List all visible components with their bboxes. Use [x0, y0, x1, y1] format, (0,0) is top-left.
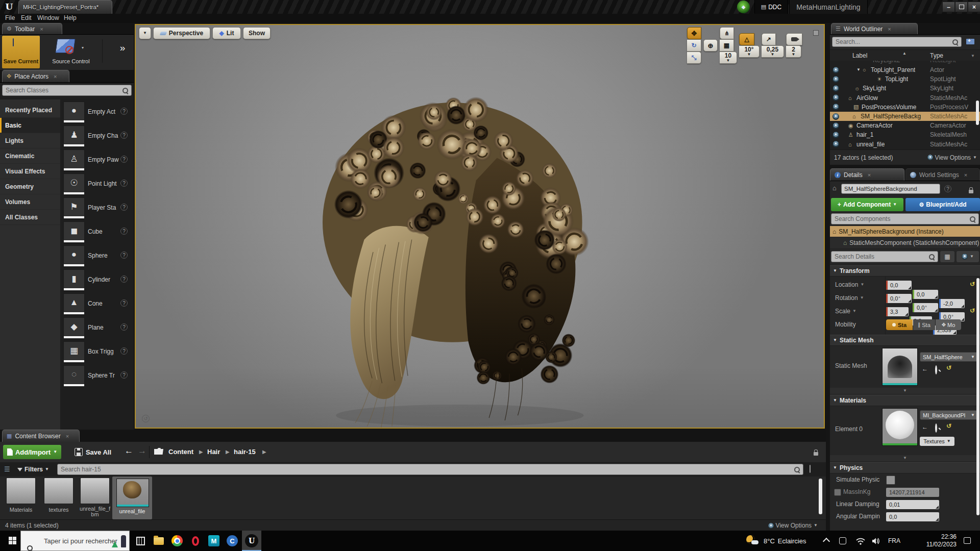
help-icon[interactable]: ? [120, 132, 128, 139]
new-folder-button[interactable]: + [965, 37, 977, 47]
category-recently-placed[interactable]: Recently Placed [0, 103, 60, 118]
minimize-button[interactable]: – [942, 2, 955, 12]
expander-icon[interactable]: ▼ [856, 68, 861, 72]
viewport-options-button[interactable]: ▼ [139, 27, 151, 39]
category-basic[interactable]: Basic [0, 118, 60, 133]
clock[interactable]: 22:36 11/02/2023 [910, 533, 957, 548]
outliner-row[interactable]: ⌂unreal_fileStaticMeshAc [830, 140, 980, 149]
place-actor-item[interactable]: ▦Box Trigg? [60, 340, 134, 364]
textures-button[interactable]: Textures ▼ [920, 437, 954, 446]
ccleaner-button[interactable]: C [226, 534, 239, 547]
category-cinematic[interactable]: Cinematic [0, 148, 60, 164]
notification-center-button[interactable] [964, 537, 971, 544]
actor-name-field[interactable]: SM_HalfSphereBackground [841, 184, 940, 194]
world-space-button[interactable]: ⊕ [703, 39, 718, 52]
help-icon[interactable]: ? [120, 252, 128, 259]
chrome-button[interactable] [170, 534, 184, 547]
label-column-header[interactable]: Label [852, 52, 867, 59]
task-view-button[interactable] [134, 534, 147, 547]
close-tab-icon[interactable]: × [964, 172, 967, 178]
scale-label[interactable]: Scale▼ [835, 308, 856, 315]
type-column-header[interactable]: Type [930, 52, 943, 59]
material-thumbnail[interactable] [882, 408, 918, 446]
lit-mode-button[interactable]: ◆ Lit [212, 27, 241, 39]
help-icon[interactable]: ? [120, 180, 128, 187]
help-icon[interactable]: ? [120, 204, 128, 211]
details-tab[interactable]: i Details × [830, 168, 904, 181]
volume-icon[interactable] [872, 537, 881, 545]
location-x-field[interactable]: 0,0 [886, 281, 912, 290]
outliner-row-clipped[interactable]: KeyLight2RectLight [830, 61, 980, 65]
outliner-search-input[interactable]: Search... [832, 37, 962, 47]
details-scrollbar[interactable] [976, 278, 979, 515]
back-icon[interactable]: ← [125, 446, 133, 456]
reset-scale-icon[interactable]: ↺ [970, 307, 975, 314]
blueprint-add-button[interactable]: ⚙ Blueprint/Add [905, 198, 980, 211]
taskbar-search-input[interactable]: Taper ici pour rechercher [20, 531, 130, 551]
search-components-input[interactable]: Search Components [831, 213, 979, 224]
ddc-button[interactable]: ▤ DDC [754, 0, 788, 14]
visibility-eye-icon[interactable] [832, 132, 839, 138]
scale-snap-value-button[interactable]: 0,25▼ [762, 45, 784, 58]
save-current-button[interactable]: Save Current [2, 36, 40, 68]
rotation-x-field[interactable]: 0,0° [886, 294, 912, 303]
source-control-caret-icon[interactable]: ▾ [82, 46, 84, 50]
help-icon[interactable]: ? [120, 156, 128, 163]
world-outliner-tab[interactable]: ☰ World Outliner × [831, 23, 918, 34]
teams-icon[interactable] [839, 537, 846, 544]
visibility-eye-icon[interactable] [832, 104, 839, 110]
scale-snap-button[interactable]: ↗ [762, 33, 776, 45]
reset-mesh-icon[interactable]: ↺ [946, 364, 951, 371]
visibility-eye-icon[interactable] [832, 94, 839, 101]
mobility-static-button[interactable]: Sta [886, 319, 913, 330]
restore-button[interactable] [955, 2, 968, 12]
mass-checkbox[interactable] [834, 489, 841, 496]
place-actor-item[interactable]: ●Sphere? [60, 244, 134, 268]
breadcrumb-hair-15[interactable]: hair-15 [234, 448, 256, 456]
weather-text[interactable]: 8°C Eclaircies [764, 531, 806, 551]
file-explorer-button[interactable] [152, 534, 165, 547]
outliner-row[interactable]: ♙hair_1SkeletalMesh [830, 130, 980, 139]
static-mesh-expander[interactable]: ▼ [830, 388, 980, 394]
visibility-eye-icon[interactable] [832, 85, 839, 92]
tray-expand-button[interactable] [824, 539, 829, 544]
type-filter-icon[interactable]: ▼ [971, 54, 975, 58]
asset-tile-unreal-file[interactable]: unreal_file [112, 477, 152, 519]
camera-speed-value-button[interactable]: 2▼ [786, 45, 801, 58]
grid-snap-button[interactable]: ▦ [720, 39, 734, 52]
place-actors-tab[interactable]: ✥ Place Actors × [2, 70, 69, 82]
world-settings-tab[interactable]: World Settings × [905, 168, 980, 181]
visibility-eye-icon[interactable] [832, 76, 839, 83]
language-indicator[interactable]: FRA [888, 531, 900, 551]
content-lock-icon[interactable] [814, 452, 818, 456]
search-details-input[interactable]: Search Details [831, 251, 938, 262]
visibility-eye-icon[interactable] [832, 113, 839, 120]
surface-snap-button[interactable]: ⋔ [720, 27, 734, 39]
simulate-physics-checkbox[interactable] [886, 475, 895, 485]
details-display-button[interactable]: ▦ [940, 251, 954, 262]
maya-button[interactable]: M [207, 534, 220, 547]
visibility-eye-icon[interactable] [832, 67, 839, 73]
content-scrollbar[interactable] [819, 479, 822, 514]
maximize-viewport-button[interactable] [813, 30, 819, 36]
unreal-taskbar-button[interactable]: U [242, 531, 261, 551]
sort-icon[interactable]: ▲ [902, 51, 906, 56]
breadcrumb-content[interactable]: Content [168, 448, 193, 456]
use-selected-icon[interactable]: ← [922, 365, 928, 372]
asset-tile-unreal-file-fbm[interactable]: unreal_file_fbm [80, 478, 110, 518]
static-mesh-thumbnail[interactable] [882, 348, 918, 386]
content-view-options-button[interactable]: View Options ▼ [768, 522, 818, 529]
breadcrumb-hair[interactable]: Hair [207, 448, 220, 456]
search-classes-input[interactable]: Search Classes [2, 85, 132, 96]
outliner-row[interactable]: ⌂SM_HalfSphereBackgStaticMeshAc [830, 112, 980, 121]
close-tab-icon[interactable]: × [54, 73, 57, 80]
save-all-button[interactable]: Save All [67, 445, 118, 459]
camera-speed-button[interactable] [786, 33, 802, 45]
add-component-button[interactable]: + Add Component ▼ [831, 198, 903, 211]
open-folder-icon[interactable] [154, 448, 163, 455]
details-visibility-button[interactable]: ▼ [957, 251, 979, 262]
outliner-row[interactable]: ▧PostProcessVolumePostProcessV [830, 103, 980, 112]
scale-x-field[interactable]: 3,3 [886, 307, 909, 316]
angle-snap-value-button[interactable]: 10°▼ [739, 45, 760, 58]
rotation-label[interactable]: Rotation▼ [835, 294, 864, 302]
